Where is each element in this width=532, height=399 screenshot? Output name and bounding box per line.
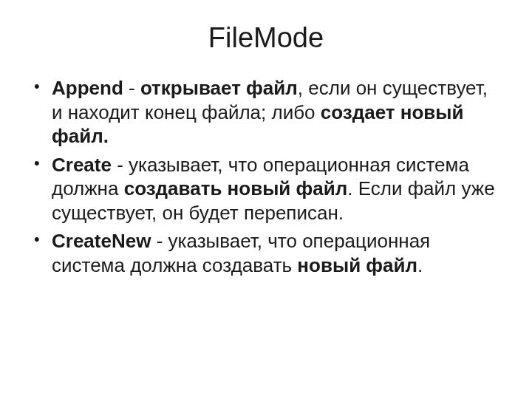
keyword: CreateNew — [52, 230, 151, 252]
bold-phrase: создавать новый файл — [124, 177, 348, 200]
keyword: Append — [52, 77, 123, 99]
bold-phrase: открывает файл — [140, 77, 298, 99]
list-item: Append - открывает файл, если он существ… — [52, 76, 502, 149]
list-item: CreateNew - указывает, что операционная … — [52, 229, 502, 277]
separator: - — [123, 77, 140, 99]
bold-phrase: новый файл — [297, 254, 417, 276]
bullet-list: Append - открывает файл, если он существ… — [30, 76, 502, 277]
list-item: Create - указывает, что операционная сис… — [52, 153, 502, 225]
slide-title: FileMode — [30, 22, 502, 54]
separator: - — [112, 154, 129, 176]
text-run: . — [417, 254, 423, 276]
keyword: Create — [52, 154, 112, 176]
separator: - — [151, 230, 168, 252]
